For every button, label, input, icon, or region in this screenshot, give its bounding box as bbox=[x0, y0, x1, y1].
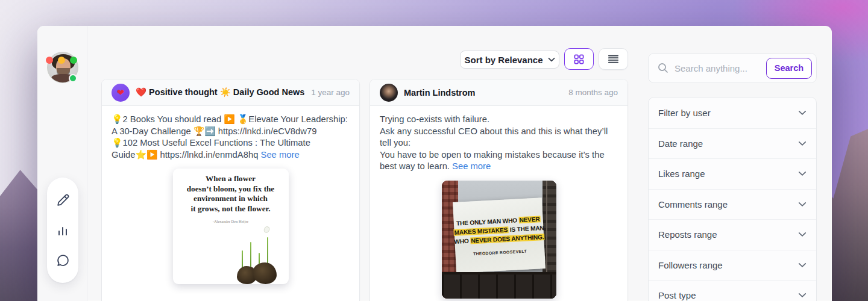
list-view-button[interactable] bbox=[599, 48, 628, 70]
comments-range-accordion[interactable]: Comments range bbox=[649, 189, 816, 220]
chevron-down-icon bbox=[798, 110, 807, 116]
reposts-range-accordion[interactable]: Reposts range bbox=[649, 219, 816, 250]
search-input[interactable] bbox=[675, 63, 761, 73]
post-text-content: Trying co-exists with failure. Ask any s… bbox=[380, 114, 610, 171]
close-window-button[interactable] bbox=[46, 57, 53, 64]
post-image-quote: When a flower doesn’t bloom, you fix the… bbox=[173, 169, 289, 284]
search-icon bbox=[657, 62, 669, 74]
grid-view-button[interactable] bbox=[564, 48, 594, 70]
soil-clump bbox=[253, 262, 277, 284]
sidebar-tools bbox=[47, 178, 78, 283]
scaffolding bbox=[442, 272, 556, 299]
post-author-avatar[interactable] bbox=[380, 84, 398, 102]
quote-attribution: -Alexander Den Heijer bbox=[173, 219, 289, 223]
quote-text: When a flower doesn’t bloom, you fix the… bbox=[173, 169, 289, 214]
analytics-chart-icon[interactable] bbox=[55, 223, 70, 238]
chevron-down-icon bbox=[798, 141, 807, 146]
post-text-content: 💡2 Books You should read ▶️ 🥇Elevate You… bbox=[112, 114, 350, 160]
post-body: 💡2 Books You should read ▶️ 🥇Elevate You… bbox=[102, 106, 359, 284]
followers-range-accordion[interactable]: Followers range bbox=[649, 250, 816, 281]
sort-dropdown-label: Sort by Relevance bbox=[464, 55, 542, 65]
chevron-down-icon bbox=[798, 262, 807, 268]
post-card: ❤ ❤️ Positive thought ☀️ Daily Good News… bbox=[101, 79, 360, 301]
post-header: ❤ ❤️ Positive thought ☀️ Daily Good News… bbox=[102, 79, 359, 106]
chevron-down-icon bbox=[548, 57, 555, 62]
app-window: Sort by Relevance ❤ ❤️ Positive thought … bbox=[37, 26, 832, 301]
search-bar: Search bbox=[648, 53, 817, 83]
filter-by-user-accordion[interactable]: Filter by user bbox=[649, 98, 816, 128]
online-status-dot bbox=[69, 74, 77, 82]
window-controls bbox=[46, 57, 77, 64]
post-text: 💡2 Books You should read ▶️ 🥇Elevate You… bbox=[112, 114, 350, 161]
plant-illustration bbox=[236, 224, 278, 284]
post-header: Martin Lindstrom 8 months ago bbox=[370, 79, 627, 106]
see-more-link[interactable]: See more bbox=[452, 161, 491, 171]
maximize-window-button[interactable] bbox=[70, 57, 77, 64]
post-author-avatar[interactable]: ❤ bbox=[112, 84, 130, 102]
post-timestamp: 1 year ago bbox=[311, 88, 350, 97]
chat-bubble-icon[interactable] bbox=[55, 253, 71, 268]
billboard-attribution: THEODORE ROOSEVELT bbox=[473, 249, 526, 256]
post-card: Martin Lindstrom 8 months ago Trying co-… bbox=[370, 79, 628, 301]
search-button[interactable]: Search bbox=[766, 58, 812, 79]
chevron-down-icon bbox=[798, 232, 807, 237]
post-image-billboard: THE ONLY MAN WHO NEVER MAKES MISTAKES IS… bbox=[442, 181, 556, 299]
post-author-name: Martin Lindstrom bbox=[404, 88, 475, 98]
sort-dropdown[interactable]: Sort by Relevance bbox=[460, 51, 559, 69]
heart-icon: ❤ bbox=[117, 87, 125, 98]
edit-pencil-icon[interactable] bbox=[55, 193, 71, 208]
post-author-name: ❤️ Positive thought ☀️ Daily Good News bbox=[136, 87, 304, 98]
chevron-down-icon bbox=[798, 171, 807, 176]
post-body: Trying co-exists with failure. Ask any s… bbox=[370, 106, 627, 299]
chevron-down-icon bbox=[798, 202, 807, 207]
billboard: THE ONLY MAN WHO NEVER MAKES MISTAKES IS… bbox=[453, 197, 546, 273]
grid-view-icon bbox=[573, 54, 585, 65]
snowdrop-flower bbox=[262, 226, 270, 234]
see-more-link[interactable]: See more bbox=[261, 150, 300, 160]
date-range-accordion[interactable]: Date range bbox=[649, 128, 816, 159]
likes-range-accordion[interactable]: Likes range bbox=[649, 158, 816, 189]
list-view-icon bbox=[608, 54, 619, 64]
minimize-window-button[interactable] bbox=[58, 57, 65, 64]
chevron-down-icon bbox=[798, 293, 807, 298]
filter-panel: Filter by user Date range Likes range Co… bbox=[648, 97, 817, 301]
left-sidebar bbox=[37, 26, 87, 301]
post-timestamp: 8 months ago bbox=[568, 88, 618, 97]
post-type-accordion[interactable]: Post type bbox=[649, 280, 816, 301]
post-text: Trying co-exists with failure. Ask any s… bbox=[380, 114, 618, 173]
